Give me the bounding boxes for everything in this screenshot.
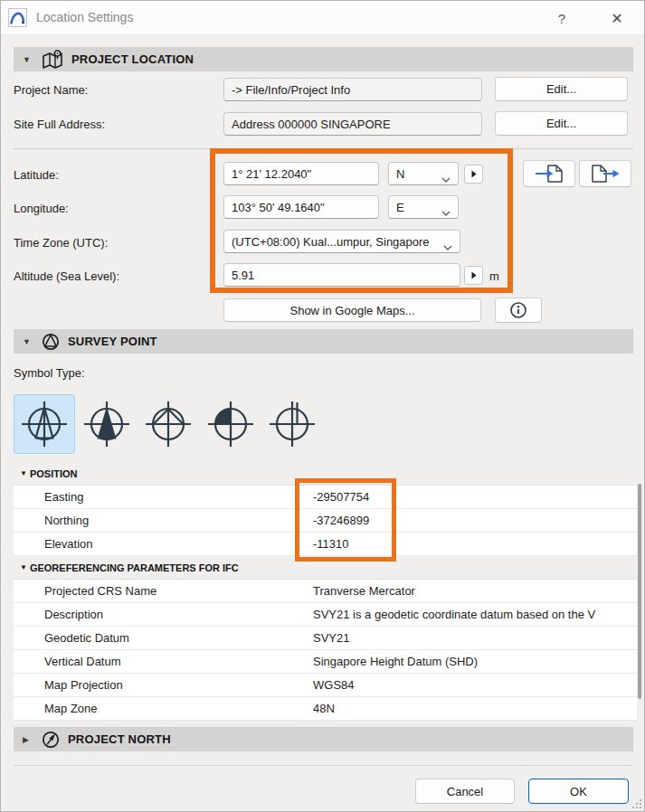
table-row-projected-crs[interactable]: Projected CRS Name Tranverse Mercator xyxy=(14,580,637,603)
divider xyxy=(14,148,633,149)
site-address-edit-button[interactable]: Edit... xyxy=(495,111,628,136)
row-value[interactable]: 48N xyxy=(313,702,637,715)
project-name-edit-button[interactable]: Edit... xyxy=(495,77,628,101)
window-title: Location Settings xyxy=(36,10,133,24)
table-row-map-projection[interactable]: Map Projection WGS84 xyxy=(14,674,637,697)
group-header-label: POSITION xyxy=(30,468,78,479)
group-header-label: GEOREFERENCING PARAMETERS FOR IFC xyxy=(30,562,239,573)
symbol-type-label: Symbol Type: xyxy=(14,366,85,380)
row-label: Northing xyxy=(14,514,313,527)
latitude-hemisphere-value: N xyxy=(396,167,404,181)
project-name-field[interactable]: -> File/Info/Project Info xyxy=(223,78,482,101)
row-label: Easting xyxy=(14,490,313,504)
section-header-project-location[interactable]: ▼ PROJECT LOCATION xyxy=(14,47,633,71)
table-row-vertical-datum[interactable]: Vertical Datum Singapore Height Datum (S… xyxy=(14,650,637,674)
row-value[interactable]: -37246899 xyxy=(313,514,637,527)
latitude-label: Latitude: xyxy=(14,168,59,182)
row-value[interactable]: SVY21 xyxy=(313,631,637,645)
row-label: Geodetic Datum xyxy=(14,631,313,645)
chevron-right-icon: ▶ xyxy=(23,735,37,744)
table-row-map-zone[interactable]: Map Zone 48N xyxy=(14,697,637,721)
map-pin-icon xyxy=(41,49,64,71)
project-name-label: Project Name: xyxy=(14,83,88,97)
table-row-northing[interactable]: Northing -37246899 xyxy=(14,509,637,533)
row-label: Description xyxy=(14,608,313,621)
chevron-down-icon xyxy=(441,172,451,185)
resize-grip[interactable] xyxy=(631,798,641,808)
cancel-button[interactable]: Cancel xyxy=(415,779,515,804)
compass-north-icon xyxy=(41,730,61,750)
altitude-unit-label: m xyxy=(489,269,499,283)
altitude-flyout-button[interactable] xyxy=(464,266,483,285)
row-label: Vertical Datum xyxy=(14,655,313,668)
chevron-down-icon xyxy=(443,240,452,253)
row-value[interactable]: Singapore Height Datum (SHD) xyxy=(313,655,637,668)
latitude-hemisphere-select[interactable]: N xyxy=(388,162,459,185)
table-row-geodetic-datum[interactable]: Geodetic Datum SVY21 xyxy=(14,627,637,650)
latitude-input[interactable] xyxy=(223,162,379,185)
longitude-input[interactable] xyxy=(223,195,379,219)
timezone-value: (UTC+08:00) Kual...umpur, Singapore xyxy=(232,235,430,249)
symbol-option-half-triangle[interactable] xyxy=(138,394,199,454)
chevron-down-icon xyxy=(441,205,451,219)
row-value[interactable]: WGS84 xyxy=(313,678,637,692)
timezone-label: Time Zone (UTC): xyxy=(14,236,108,250)
timezone-select[interactable]: (UTC+08:00) Kual...umpur, Singapore xyxy=(223,230,460,253)
survey-parameters-table: ▼ POSITION Easting -29507754 Northing -3… xyxy=(14,462,637,721)
survey-symbol-quadrant-filled-icon xyxy=(205,399,256,449)
chevron-down-icon: ▼ xyxy=(23,55,37,64)
section-title: PROJECT NORTH xyxy=(68,732,171,746)
chevron-down-icon: ▼ xyxy=(20,469,27,477)
survey-symbol-triangle-outline-icon xyxy=(19,399,70,449)
survey-symbol-half-triangle-icon xyxy=(143,399,194,449)
site-address-label: Site Full Address: xyxy=(14,118,105,131)
symbol-option-triangle-filled[interactable] xyxy=(76,394,138,454)
help-button[interactable]: ? xyxy=(549,7,574,29)
title-bar: Location Settings ? ✕ xyxy=(1,1,644,35)
row-value[interactable]: -11310 xyxy=(313,537,637,551)
altitude-input[interactable] xyxy=(223,263,460,287)
section-header-project-north[interactable]: ▶ PROJECT NORTH xyxy=(14,727,633,751)
symbol-option-triangle-outline[interactable] xyxy=(14,394,75,454)
location-settings-dialog: Location Settings ? ✕ ▼ PROJECT LOCATION… xyxy=(0,0,645,812)
latitude-flyout-button[interactable] xyxy=(464,165,483,184)
longitude-hemisphere-value: E xyxy=(396,201,404,214)
section-header-survey-point[interactable]: ▼ SURVEY POINT xyxy=(14,329,633,354)
row-value[interactable]: -29507754 xyxy=(313,490,637,504)
export-file-icon xyxy=(590,164,621,184)
survey-symbol-crosshair-icon xyxy=(267,399,318,449)
survey-symbol-triangle-filled-icon xyxy=(81,399,132,449)
row-label: Map Projection xyxy=(14,678,313,692)
row-label: Map Zone xyxy=(14,702,313,715)
export-location-button[interactable] xyxy=(579,160,631,187)
symbol-option-crosshair[interactable] xyxy=(261,394,323,454)
table-row-elevation[interactable]: Elevation -11310 xyxy=(14,533,637,556)
section-title: PROJECT LOCATION xyxy=(71,52,194,66)
close-button[interactable]: ✕ xyxy=(602,6,632,30)
symbol-option-quadrant-filled[interactable] xyxy=(200,394,261,454)
table-group-position[interactable]: ▼ POSITION xyxy=(14,462,637,486)
info-button[interactable] xyxy=(495,297,542,323)
altitude-label: Altitude (Sea Level): xyxy=(14,269,119,283)
longitude-hemisphere-select[interactable]: E xyxy=(388,195,459,219)
info-icon xyxy=(509,301,527,319)
longitude-label: Longitude: xyxy=(14,202,69,215)
table-scrollbar-thumb[interactable] xyxy=(638,484,641,699)
row-label: Elevation xyxy=(14,537,313,551)
survey-point-icon xyxy=(41,332,61,352)
import-file-icon xyxy=(534,164,564,184)
import-location-button[interactable] xyxy=(523,160,575,187)
divider xyxy=(14,765,633,766)
show-google-maps-button[interactable]: Show in Google Maps... xyxy=(223,298,481,322)
chevron-down-icon: ▼ xyxy=(20,563,27,571)
row-label: Projected CRS Name xyxy=(14,584,313,598)
table-group-georeferencing[interactable]: ▼ GEOREFERENCING PARAMETERS FOR IFC xyxy=(14,556,637,580)
row-value[interactable]: SVY21 is a geodetic coordinate datum bas… xyxy=(313,608,637,621)
table-row-description[interactable]: Description SVY21 is a geodetic coordina… xyxy=(14,603,637,627)
section-title: SURVEY POINT xyxy=(68,335,157,348)
site-address-field[interactable]: Address 000000 SINGAPORE xyxy=(223,112,482,136)
chevron-down-icon: ▼ xyxy=(23,337,37,346)
table-row-easting[interactable]: Easting -29507754 xyxy=(14,486,637,509)
ok-button[interactable]: OK xyxy=(528,779,629,804)
row-value[interactable]: Tranverse Mercator xyxy=(313,584,637,598)
